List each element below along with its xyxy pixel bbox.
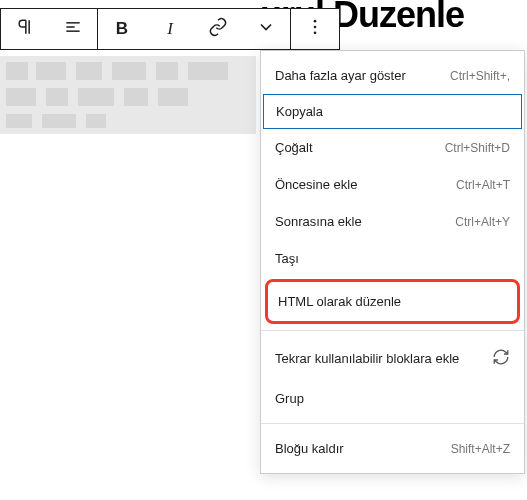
menu-item-label: Öncesine ekle: [275, 177, 357, 192]
paragraph-button[interactable]: [1, 9, 49, 49]
more-options-button[interactable]: [291, 9, 339, 49]
menu-item-label: HTML olarak düzenle: [278, 294, 401, 309]
menu-item-label: Bloğu kaldır: [275, 441, 344, 456]
italic-button[interactable]: I: [146, 9, 194, 49]
menu-item-copy[interactable]: Kopyala: [263, 94, 522, 129]
menu-item-label: Sonrasına ekle: [275, 214, 362, 229]
menu-item-insert-before[interactable]: Öncesine ekle Ctrl+Alt+T: [261, 166, 524, 203]
svg-point-4: [314, 26, 317, 29]
refresh-icon: [492, 348, 510, 369]
menu-item-shortcut: Ctrl+Shift+,: [450, 69, 510, 83]
menu-item-add-to-reusable[interactable]: Tekrar kullanılabilir bloklara ekle: [261, 337, 524, 380]
menu-separator: [261, 330, 524, 331]
menu-item-label: Taşı: [275, 251, 299, 266]
menu-item-label: Kopyala: [276, 104, 323, 119]
block-options-menu: Daha fazla ayar göster Ctrl+Shift+, Kopy…: [260, 50, 525, 474]
menu-item-label: Grup: [275, 391, 304, 406]
menu-item-shortcut: Ctrl+Alt+Y: [455, 215, 510, 229]
align-button[interactable]: [49, 9, 97, 49]
menu-item-duplicate[interactable]: Çoğalt Ctrl+Shift+D: [261, 129, 524, 166]
menu-item-show-more-settings[interactable]: Daha fazla ayar göster Ctrl+Shift+,: [261, 57, 524, 94]
link-icon: [208, 17, 228, 41]
menu-item-group[interactable]: Grup: [261, 380, 524, 417]
menu-item-shortcut: Ctrl+Alt+T: [456, 178, 510, 192]
block-toolbar: B I: [0, 8, 340, 50]
menu-item-edit-as-html[interactable]: HTML olarak düzenle: [265, 279, 520, 324]
menu-item-remove-block[interactable]: Bloğu kaldır Shift+Alt+Z: [261, 430, 524, 467]
chevron-down-icon: [256, 17, 276, 41]
more-vertical-icon: [305, 17, 325, 41]
content-block-blurred: [0, 56, 256, 134]
menu-item-shortcut: Ctrl+Shift+D: [445, 141, 510, 155]
menu-item-label: Tekrar kullanılabilir bloklara ekle: [275, 351, 459, 366]
more-formatting-button[interactable]: [242, 9, 290, 49]
menu-item-shortcut: Shift+Alt+Z: [451, 442, 510, 456]
menu-item-insert-after[interactable]: Sonrasına ekle Ctrl+Alt+Y: [261, 203, 524, 240]
menu-separator: [261, 423, 524, 424]
svg-point-5: [314, 32, 317, 35]
link-button[interactable]: [194, 9, 242, 49]
menu-item-label: Daha fazla ayar göster: [275, 68, 406, 83]
pilcrow-icon: [15, 17, 35, 41]
svg-point-3: [314, 20, 317, 23]
align-left-icon: [63, 17, 83, 41]
menu-item-label: Çoğalt: [275, 140, 313, 155]
bold-button[interactable]: B: [98, 9, 146, 49]
menu-item-move[interactable]: Taşı: [261, 240, 524, 277]
